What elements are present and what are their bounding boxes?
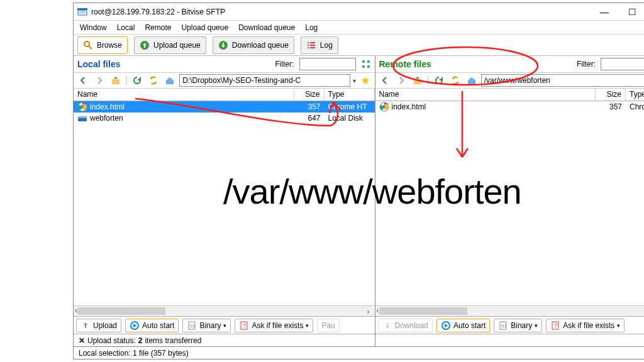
local-file-row[interactable]: index.html 357 Chrome HT [74,101,375,112]
local-path-input[interactable] [179,74,350,87]
local-col-size[interactable]: Size [294,89,325,101]
local-file-size: 357 [294,102,325,111]
up-folder-icon [111,75,121,85]
refresh-both-icon [148,75,158,85]
menu-log[interactable]: Log [305,23,318,32]
dropdown-icon[interactable]: ▾ [353,77,356,84]
svg-rect-9 [308,42,309,43]
upload-button[interactable]: Upload [76,319,121,332]
remote-title: Remote files [379,59,431,69]
svg-line-6 [89,46,92,49]
local-back-button[interactable] [76,74,90,87]
remote-scrollbar[interactable]: ‹ › [375,305,645,316]
pause-button[interactable]: Pau [317,319,339,332]
remote-column-headers[interactable]: Name Size Type [375,89,645,101]
remote-refresh-both-button[interactable] [448,74,462,87]
svg-rect-10 [310,42,315,43]
menu-local[interactable]: Local [117,23,135,32]
svg-rect-1 [77,8,87,10]
window-title: root@128.199.79.183:22 - Bitvise SFTP [91,8,591,16]
ask-if-exists-button[interactable]: ? Ask if file exists ▾ [235,319,313,332]
remote-file-size: 357 [596,102,626,111]
binary-button[interactable]: 01 Binary ▾ [494,319,542,332]
auto-start-button[interactable]: Auto start [125,319,179,332]
svg-rect-3 [83,11,86,13]
remote-back-button[interactable] [378,74,392,87]
browse-button[interactable]: Browse [77,36,128,54]
auto-start-label: Auto start [453,321,486,330]
remote-filter-input[interactable] [601,58,644,70]
remote-file-list[interactable]: index.html 357 Chrome HT. [375,101,645,305]
chevron-down-icon[interactable]: ▾ [223,322,226,329]
svg-rect-4 [79,13,86,14]
download-label: Download [395,321,428,330]
local-refresh-button[interactable] [130,74,144,87]
download-queue-label: Download queue [232,41,289,50]
remote-forward-button[interactable] [394,74,408,87]
menu-upload-queue[interactable]: Upload queue [181,23,228,32]
svg-rect-16 [367,60,370,63]
remote-col-size[interactable]: Size [596,89,626,101]
selection-status: Local selection: 1 file (357 bytes) [79,349,189,358]
ask-if-exists-button[interactable]: ? Ask if file exists ▾ [546,319,625,332]
chevron-down-icon[interactable]: ▾ [306,322,309,329]
panes: Local files Filter: | ▾ Name Size [74,56,644,346]
remote-file-row[interactable]: index.html 357 Chrome HT. [375,101,645,112]
log-button[interactable]: Log [301,36,338,54]
pause-label: Pau [321,321,335,330]
local-home-button[interactable] [163,74,177,87]
binary-button[interactable]: 01 Binary ▾ [182,319,231,332]
svg-rect-12 [310,45,315,46]
local-file-row[interactable]: webforten 647 Local Disk [74,112,375,124]
local-file-list[interactable]: index.html 357 Chrome HT webforten 647 L… [74,101,375,305]
remote-col-name[interactable]: Name [375,89,596,101]
local-column-headers[interactable]: Name Size Type [74,89,375,101]
chevron-down-icon[interactable]: ▾ [617,322,620,329]
local-scrollbar[interactable]: ‹ › [74,305,375,316]
remote-refresh-button[interactable] [432,74,446,87]
log-label: Log [320,41,333,50]
view-mode-icon[interactable] [361,59,371,69]
app-window: root@128.199.79.183:22 - Bitvise SFTP — … [73,3,644,359]
home-icon [165,75,175,85]
remote-up-button[interactable] [411,74,425,87]
maximize-button[interactable]: ☐ [618,3,644,20]
remote-home-button[interactable] [465,74,479,87]
download-queue-button[interactable]: Download queue [213,36,294,54]
remote-col-type[interactable]: Type [626,89,644,101]
remote-path-input[interactable] [481,74,644,87]
down-arrow-icon [218,40,228,50]
local-file-name: index.html [90,102,125,111]
ask-icon: ? [239,321,249,331]
auto-start-button[interactable]: Auto start [436,319,490,332]
scrollbar-thumb[interactable] [77,307,165,315]
ask-label: Ask if file exists [252,321,303,330]
remote-filter-label: Filter: [577,60,596,69]
menubar: Window Local Remote Upload queue Downloa… [74,21,644,35]
chrome-icon [379,102,389,112]
scrollbar-thumb[interactable] [379,307,467,315]
menu-download-queue[interactable]: Download queue [238,23,295,32]
local-forward-button[interactable] [92,74,106,87]
local-file-size: 647 [294,114,325,123]
menu-remote[interactable]: Remote [145,23,171,32]
local-bookmark-button[interactable] [358,74,372,87]
local-col-name[interactable]: Name [74,89,294,101]
auto-start-icon [441,321,451,331]
download-button[interactable]: Download [378,319,433,332]
menu-window[interactable]: Window [80,23,107,32]
local-filter-input[interactable] [299,58,356,70]
chevron-down-icon[interactable]: ▾ [535,322,538,329]
ask-icon: ? [550,321,560,331]
local-col-type[interactable]: Type [325,89,375,101]
remote-pane: Remote files Filter: | ▾ Name Size [375,56,645,346]
local-refresh-both-button[interactable] [147,74,160,87]
minimize-button[interactable]: — [591,3,618,20]
svg-rect-33 [414,79,421,84]
home-icon [467,75,477,85]
svg-point-5 [84,41,89,47]
auto-start-icon [130,321,140,331]
svg-rect-18 [367,65,370,68]
upload-queue-button[interactable]: Upload queue [134,36,206,54]
local-up-button[interactable] [109,74,123,87]
